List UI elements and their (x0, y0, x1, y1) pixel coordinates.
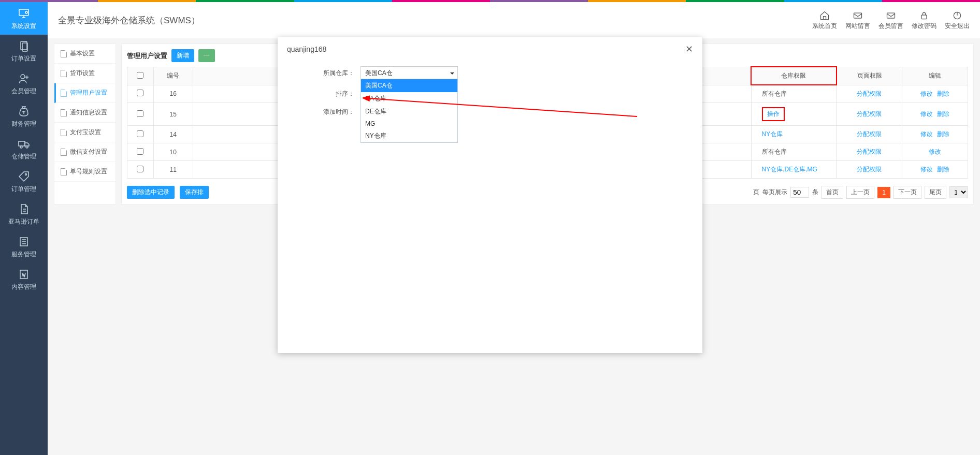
dropdown-option[interactable]: CA仓库 (361, 92, 457, 105)
warehouse-dropdown: 美国CA仓CA仓库DE仓库MGNY仓库 (361, 79, 458, 143)
modal-dialog: quanjing168 ✕ 所属仓库： 美国CA仓 美国CA仓CA仓库DE仓库M… (278, 37, 702, 210)
dropdown-option[interactable]: NY仓库 (361, 129, 457, 142)
dropdown-option[interactable]: 美国CA仓 (361, 79, 457, 92)
dropdown-option[interactable]: MG (361, 118, 457, 129)
modal-body: 所属仓库： 美国CA仓 美国CA仓CA仓库DE仓库MGNY仓库 排序： 添加时间… (278, 61, 702, 144)
modal-title: quanjing168 (287, 45, 326, 53)
dropdown-option[interactable]: DE仓库 (361, 105, 457, 118)
warehouse-select[interactable]: 美国CA仓 (361, 66, 458, 80)
modal-header: quanjing168 ✕ (278, 37, 702, 61)
label-warehouse: 所属仓库： (298, 69, 361, 78)
label-sort: 排序： (298, 90, 361, 98)
close-icon[interactable]: ✕ (685, 43, 693, 55)
label-addtime: 添加时间： (298, 108, 361, 116)
